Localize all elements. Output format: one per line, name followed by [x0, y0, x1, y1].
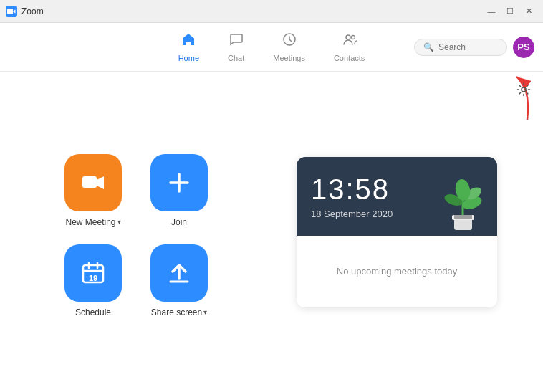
share-screen-icon — [165, 259, 193, 287]
contacts-tab-label: Contacts — [334, 54, 365, 62]
plant-icon — [436, 168, 490, 233]
tab-meetings[interactable]: Meetings — [259, 26, 319, 68]
minimize-button[interactable]: — — [483, 4, 500, 19]
navbar: Home Chat Meetings — [0, 23, 543, 72]
search-icon: 🔍 — [423, 42, 434, 52]
plus-icon — [165, 168, 193, 197]
contacts-icon — [342, 32, 357, 51]
settings-button[interactable] — [513, 79, 534, 100]
chat-icon — [229, 32, 244, 51]
calendar-widget: 13:58 18 September 2020 — [297, 157, 497, 307]
title-bar-left: Zoom — [6, 6, 44, 17]
clock-time: 13:58 — [311, 173, 393, 206]
chat-tab-label: Chat — [228, 54, 244, 62]
new-meeting-dropdown-arrow: ▾ — [117, 218, 121, 226]
plant-decoration — [436, 168, 490, 236]
main-app: Home Chat Meetings — [0, 23, 543, 392]
join-action: Join — [150, 154, 208, 227]
home-icon — [181, 32, 196, 51]
actions-grid: New Meeting ▾ Join — [64, 154, 208, 317]
clock-date: 18 September 2020 — [311, 209, 393, 219]
title-bar: Zoom — ☐ ✕ — [0, 0, 543, 23]
schedule-action: 19 Schedule — [64, 244, 122, 317]
search-input[interactable] — [438, 42, 496, 52]
no-meetings-text: No upcoming meetings today — [337, 266, 457, 277]
avatar-initials: PS — [517, 42, 529, 52]
user-avatar[interactable]: PS — [513, 37, 534, 58]
search-area: 🔍 — [414, 39, 507, 56]
calendar-icon: 19 — [79, 259, 107, 287]
close-button[interactable]: ✕ — [520, 4, 537, 19]
content-area: New Meeting ▾ Join — [0, 72, 543, 392]
svg-point-5 — [522, 87, 526, 92]
video-camera-icon — [79, 168, 107, 197]
join-label: Join — [171, 217, 187, 227]
gear-icon — [516, 82, 531, 97]
clock-icon — [282, 32, 297, 51]
share-screen-action: Share screen ▾ — [150, 244, 208, 317]
share-screen-button[interactable] — [150, 244, 208, 302]
new-meeting-action: New Meeting ▾ — [64, 154, 122, 227]
schedule-button[interactable]: 19 — [64, 244, 122, 302]
calendar-time-info: 13:58 18 September 2020 — [311, 173, 393, 219]
maximize-button[interactable]: ☐ — [501, 4, 519, 19]
home-tab-label: Home — [178, 54, 199, 62]
tab-chat[interactable]: Chat — [213, 26, 259, 68]
join-button[interactable] — [150, 154, 208, 211]
svg-point-2 — [346, 35, 350, 39]
search-box[interactable]: 🔍 — [414, 39, 507, 56]
new-meeting-button[interactable] — [64, 154, 122, 211]
tab-contacts[interactable]: Contacts — [319, 26, 379, 68]
svg-rect-6 — [82, 176, 97, 188]
svg-rect-18 — [454, 215, 472, 219]
svg-point-3 — [351, 36, 355, 39]
calendar-header: 13:58 18 September 2020 — [297, 157, 497, 236]
zoom-logo-icon — [6, 6, 17, 17]
window-controls: — ☐ ✕ — [483, 4, 537, 19]
app-title: Zoom — [21, 6, 44, 16]
left-panel: New Meeting ▾ Join — [0, 72, 272, 392]
svg-text:19: 19 — [89, 274, 97, 282]
calendar-body: No upcoming meetings today — [297, 236, 497, 307]
meetings-tab-label: Meetings — [273, 54, 305, 62]
new-meeting-label: New Meeting ▾ — [65, 217, 120, 227]
schedule-label: Schedule — [75, 307, 111, 317]
share-screen-label: Share screen ▾ — [151, 307, 207, 317]
tab-home[interactable]: Home — [164, 26, 213, 68]
share-screen-dropdown-arrow: ▾ — [203, 308, 207, 316]
